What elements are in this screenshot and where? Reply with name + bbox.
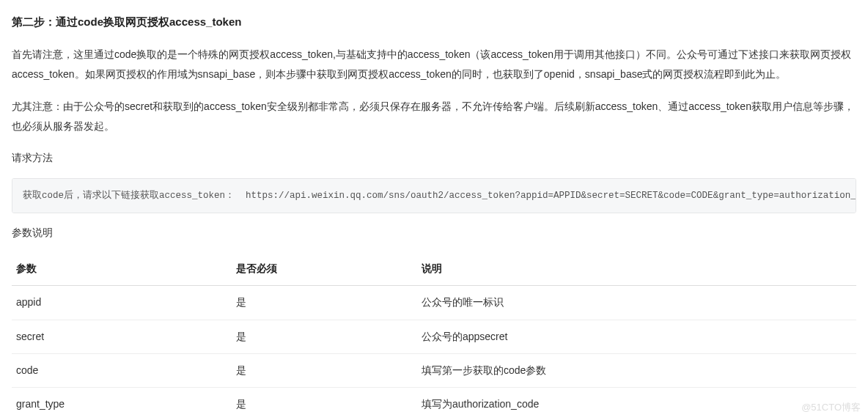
table-row: grant_type 是 填写为authorization_code (12, 388, 856, 421)
cell-required: 是 (232, 353, 417, 387)
cell-desc: 填写为authorization_code (417, 388, 856, 421)
params-table: 参数 是否必须 说明 appid 是 公众号的唯一标识 secret 是 公众号… (12, 252, 856, 420)
table-header-row: 参数 是否必须 说明 (12, 252, 856, 286)
cell-desc: 公众号的唯一标识 (417, 286, 856, 320)
table-header-desc: 说明 (417, 252, 856, 286)
code-block: 获取code后，请求以下链接获取access_token： https://ap… (12, 178, 856, 214)
cell-required: 是 (232, 286, 417, 320)
paragraph-note-2: 尤其注意：由于公众号的secret和获取到的access_token安全级别都非… (12, 97, 856, 136)
cell-param: secret (12, 320, 232, 353)
table-header-required: 是否必须 (232, 252, 417, 286)
cell-param: grant_type (12, 388, 232, 421)
cell-required: 是 (232, 320, 417, 353)
table-header-param: 参数 (12, 252, 232, 286)
request-method-label: 请求方法 (12, 149, 856, 167)
paragraph-note-1: 首先请注意，这里通过code换取的是一个特殊的网页授权access_token,… (12, 45, 856, 84)
section-heading: 第二步：通过code换取网页授权access_token (12, 12, 856, 32)
params-label: 参数说明 (12, 224, 856, 242)
cell-param: appid (12, 286, 232, 320)
cell-desc: 公众号的appsecret (417, 320, 856, 353)
table-row: code 是 填写第一步获取的code参数 (12, 353, 856, 387)
table-row: secret 是 公众号的appsecret (12, 320, 856, 353)
cell-required: 是 (232, 388, 417, 421)
cell-param: code (12, 353, 232, 387)
cell-desc: 填写第一步获取的code参数 (417, 353, 856, 387)
table-row: appid 是 公众号的唯一标识 (12, 286, 856, 320)
